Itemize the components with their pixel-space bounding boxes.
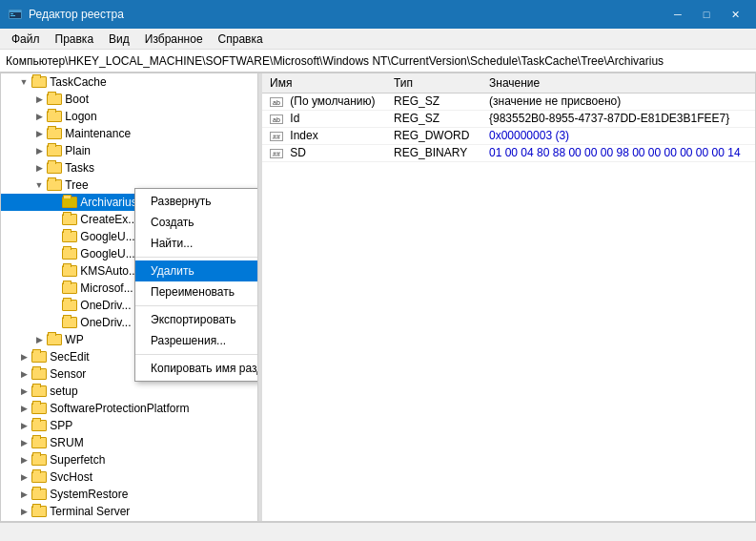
expand-icon-sensor: ▶ [16,366,31,382]
tree-item-taskcache[interactable]: ▼ TaskCache [1,73,257,91]
ctx-item-permissions[interactable]: Разрешения... [135,330,258,351]
expand-icon-taskcache: ▼ [16,74,31,90]
tree-item-systemrestore[interactable]: ▶ SystemRestore [1,486,257,503]
cell-value-3: 01 00 04 80 88 00 00 00 98 00 00 00 00 0… [481,144,755,161]
cell-type-1: REG_SZ [386,110,481,127]
folder-icon-logon [47,111,62,122]
folder-icon-secedit [31,351,47,363]
folder-icon-setup [31,385,47,397]
ctx-item-expand[interactable]: Развернуть [135,191,258,212]
table-row[interactable]: ab (По умолчанию) REG_SZ (значение не пр… [262,93,755,110]
folder-icon-googleu2 [62,248,77,260]
cell-value-1: {983552B0-8955-4737-87DD-E81DE3B1FEE7} [481,110,755,127]
expand-icon-tasks: ▶ [31,160,47,176]
svg-rect-3 [10,15,15,16]
expand-icon-onedrive1 [47,298,62,313]
ctx-item-rename[interactable]: Переименовать [135,281,258,302]
cell-value-2: 0x00000003 (3) [481,127,755,144]
table-row[interactable]: ## SD REG_BINARY 01 00 04 80 88 00 00 00… [262,144,755,161]
tree-item-svchost[interactable]: ▶ SvcHost [1,468,257,486]
expand-icon-setup: ▶ [16,384,31,399]
menu-favorites[interactable]: Избранное [137,31,211,48]
expand-icon-logon: ▶ [31,109,47,124]
folder-icon-onedrive1 [62,300,77,311]
expand-icon-createex [47,212,62,227]
maximize-button[interactable]: □ [693,5,720,24]
cell-name-2: ## Index [262,127,386,144]
reg-icon-1: ab [270,114,283,124]
tree-item-softwareprot[interactable]: ▶ SoftwareProtectionPlatform [1,400,257,417]
menu-help[interactable]: Справка [211,31,271,48]
folder-icon-boot [47,94,62,105]
ctx-item-create[interactable]: Создать ▶ [135,212,258,233]
menu-file[interactable]: Файл [4,31,48,48]
tree-item-plain[interactable]: ▶ Plain [1,142,257,159]
expand-icon-boot: ▶ [31,92,47,107]
cell-name-0: ab (По умолчанию) [262,93,386,110]
reg-icon-2: ## [270,132,283,141]
ctx-item-export[interactable]: Экспортировать [135,309,258,330]
folder-icon-plain [47,145,62,156]
ctx-separator-2 [135,305,258,306]
expand-icon-terminalserver: ▶ [16,504,31,519]
tree-item-logon[interactable]: ▶ Logon [1,108,257,125]
cell-name-3: ## SD [262,144,386,161]
tree-item-terminalserver[interactable]: ▶ Terminal Server [1,503,257,520]
expand-icon-tree: ▼ [31,177,47,193]
expand-icon-googleu1 [47,229,62,244]
folder-icon-softwareprot [31,403,47,414]
tree-item-setup[interactable]: ▶ setup [1,383,257,400]
tree-item-maintenance[interactable]: ▶ Maintenance [1,125,257,142]
expand-icon-wp: ▶ [31,332,47,347]
table-row[interactable]: ab Id REG_SZ {983552B0-8955-4737-87DD-E8… [262,110,755,127]
folder-icon-tasks [47,162,62,174]
context-menu: Развернуть Создать ▶ Найти... Удалить Пе… [134,188,258,382]
folder-icon-spp [31,420,47,431]
right-pane: Имя Тип Значение ab (По умолчанию) REG_S… [262,73,755,521]
expand-icon-googleu2 [47,246,62,261]
folder-icon-terminalserver [31,506,47,517]
col-header-value: Значение [481,73,755,93]
expand-icon-systemrestore: ▶ [16,487,31,502]
expand-icon-maintenance: ▶ [31,126,47,141]
expand-icon-softwareprot: ▶ [16,401,31,416]
expand-icon-superfetch: ▶ [16,452,31,468]
folder-icon-superfetch [31,454,47,466]
table-row[interactable]: ## Index REG_DWORD 0x00000003 (3) [262,127,755,144]
folder-icon-createex [62,214,77,225]
ctx-item-copyname[interactable]: Копировать имя раздела [135,358,258,379]
folder-icon-wp [47,334,62,345]
tree-item-superfetch[interactable]: ▶ Superfetch [1,451,257,468]
cell-type-2: REG_DWORD [386,127,481,144]
cell-name-1: ab Id [262,110,386,127]
ctx-item-find[interactable]: Найти... [135,233,258,254]
folder-icon-srum [31,437,47,448]
col-header-name: Имя [262,73,386,93]
expand-icon-secedit: ▶ [16,349,31,364]
registry-table: Имя Тип Значение ab (По умолчанию) REG_S… [262,73,755,162]
tree-item-spp[interactable]: ▶ SPP [1,417,257,434]
tree-item-srum[interactable]: ▶ SRUM [1,434,257,451]
expand-icon-plain: ▶ [31,143,47,158]
folder-icon-archivarius [62,197,77,208]
tree-item-tasks[interactable]: ▶ Tasks [1,159,257,177]
minimize-button[interactable]: ─ [664,5,691,24]
cell-value-0: (значение не присвоено) [481,93,755,110]
folder-icon-googleu1 [62,231,77,242]
menu-view[interactable]: Вид [101,31,137,48]
cell-type-3: REG_BINARY [386,144,481,161]
close-button[interactable]: ✕ [722,5,748,24]
main-content: ▼ TaskCache ▶ Boot ▶ Logon ▶ Maintenance [0,73,756,522]
tree-item-boot[interactable]: ▶ Boot [1,91,257,108]
reg-icon-3: ## [270,149,283,158]
folder-icon-maintenance [47,128,62,139]
menu-edit[interactable]: Правка [48,31,102,48]
address-path: Компьютер\HKEY_LOCAL_MACHINE\SOFTWARE\Mi… [6,54,664,68]
title-bar-text: Редактор реестра [29,8,664,21]
menu-bar: Файл Правка Вид Избранное Справка [0,29,756,50]
title-bar-buttons: ─ □ ✕ [664,5,748,24]
folder-icon-tree [47,179,62,191]
ctx-item-delete[interactable]: Удалить [135,260,258,281]
address-bar: Компьютер\HKEY_LOCAL_MACHINE\SOFTWARE\Mi… [0,50,756,73]
expand-icon-svchost: ▶ [16,469,31,485]
